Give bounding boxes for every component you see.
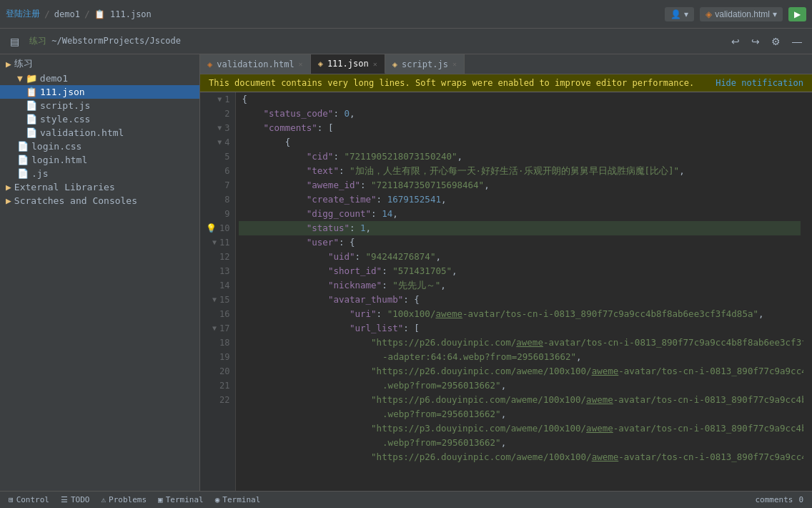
code-line-17: "url_list": [	[239, 321, 801, 336]
bottom-tab-terminal[interactable]: ▣ Terminal	[152, 492, 209, 509]
notification-bar: This document contains very long lines. …	[200, 74, 812, 92]
sidebar-item-label: 111.json	[40, 87, 85, 97]
css-file-icon: 📄	[17, 141, 29, 152]
sidebar-item-scratches[interactable]: ▶ Scratches and Consoles	[0, 194, 199, 207]
code-lines[interactable]: { "status_code": 0, "comments": [ { "cid…	[236, 92, 803, 491]
settings-button[interactable]: ⚙	[767, 33, 785, 50]
line-num-1: ▼1	[206, 92, 229, 107]
dropdown-icon: ▾	[773, 9, 777, 19]
json-file-icon: 📋	[26, 87, 37, 97]
bottom-tab-todo[interactable]: ☰ TODO	[55, 492, 96, 509]
problems-icon: ⚠	[101, 495, 106, 504]
line-num-15: ▼15	[206, 293, 229, 307]
js-file-icon: 📄	[26, 100, 37, 111]
code-line-22: "https://p26.douyinpic.com/aweme/100x100…	[239, 450, 801, 464]
code-line-13: "short_id": "571431705",	[239, 264, 801, 278]
code-line-9: "digg_count": 14,	[239, 207, 801, 221]
folder-icon2: ▶	[6, 182, 11, 192]
run-button[interactable]: ▶	[788, 7, 806, 21]
terminal-icon: ▣	[158, 495, 163, 504]
sidebar-item-json[interactable]: 📋 111.json	[0, 85, 199, 99]
bottom-tab-label: TODO	[71, 495, 90, 504]
demo1-folder-icon: 📁	[26, 73, 37, 84]
line-num-9: 9	[206, 207, 229, 221]
panel-icon: ▤	[10, 36, 19, 47]
tab-script[interactable]: ◈ script.js ✕	[385, 54, 465, 74]
title-bar-left: 登陆注册 / demo1 / 📋 111.json	[6, 8, 659, 20]
sidebar-item-login-css[interactable]: 📄 login.css	[0, 140, 199, 153]
code-line-14: "nickname": "先先儿～",	[239, 278, 801, 293]
line-num-3: ▼3	[206, 121, 229, 135]
line-num-5: 5	[206, 150, 229, 164]
code-line-20b: .webp?from=2956013662",	[239, 407, 801, 421]
sidebar-item-label: validation.html	[40, 127, 124, 138]
sidebar-item-label: script.js	[40, 100, 90, 111]
tab-close-json[interactable]: ✕	[373, 60, 377, 68]
line-num-12: 12	[206, 250, 229, 264]
line-num-7: 7	[206, 178, 229, 192]
html-icon: ◈	[705, 9, 712, 19]
toolbar: ▤ 练习 ~/WebstormProjects/Jscode ↩ ↪ ⚙ —	[0, 29, 812, 54]
bottom-tab-problems[interactable]: ⚠ Problems	[95, 492, 152, 509]
code-line-1: {	[239, 92, 801, 107]
demo1-link[interactable]: demo1	[54, 9, 80, 19]
html-file-icon: 📄	[26, 127, 37, 138]
bottom-tab-services[interactable]: ◉ Terminal	[209, 492, 267, 509]
json-file-link[interactable]: 📋 111.json	[94, 9, 152, 19]
line-num-13: 13	[206, 264, 229, 278]
login-register-link[interactable]: 登陆注册	[6, 8, 40, 20]
code-line-18b: -adapter:64:64.webp?from=2956013662",	[239, 350, 801, 364]
sidebar-item-style[interactable]: 📄 style.css	[0, 112, 199, 126]
sidebar-item-label: login.html	[31, 155, 87, 165]
html-file-icon: 📄	[17, 155, 29, 165]
tab-json[interactable]: ◈ 111.json ✕	[311, 54, 385, 74]
code-line-4: {	[239, 135, 801, 150]
folder-icon: ▶	[6, 59, 11, 69]
sidebar-item-external-libs[interactable]: ▶ External Libraries	[0, 180, 199, 194]
tab-close-validation[interactable]: ✕	[299, 60, 303, 68]
services-icon: ◉	[215, 495, 220, 504]
bottom-tab-label: Terminal	[166, 495, 204, 504]
editor-content[interactable]: ▼1 2 ▼3 ▼4 5 6 7 8 9 💡10 ▼11 12 13 14 ▼1…	[200, 92, 812, 491]
sidebar-item-js[interactable]: 📄 .js	[0, 167, 199, 180]
profile-icon: 👤	[670, 9, 681, 19]
line-num-6: 6	[206, 164, 229, 178]
html-tab-icon: ◈	[207, 59, 212, 69]
scrollbar[interactable]	[803, 92, 812, 491]
bottom-tab-label: Problems	[109, 495, 147, 504]
file-tab-button[interactable]: ◈ validation.html ▾	[700, 7, 783, 21]
sidebar-item-label: login.css	[31, 141, 81, 152]
bottom-tab-control[interactable]: ⊞ Control	[3, 492, 55, 509]
toolbar-left-panel-button[interactable]: ▤	[6, 33, 24, 50]
sidebar-item-login-html[interactable]: 📄 login.html	[0, 153, 199, 167]
sidebar-item-demo1[interactable]: ▼ 📁 demo1	[0, 72, 199, 85]
code-line-15: "avatar_thumb": {	[239, 293, 801, 307]
sidebar-item-label: style.css	[40, 114, 90, 124]
navigate-forward-button[interactable]: ↪	[747, 33, 764, 50]
profile-button[interactable]: 👤 ▾	[665, 7, 694, 21]
profile-dropdown-icon: ▾	[684, 9, 688, 19]
code-line-20: "https://p6.douyinpic.com/aweme/100x100/…	[239, 393, 801, 407]
line-num-22: 22	[206, 393, 229, 407]
tab-validation[interactable]: ◈ validation.html ✕	[200, 54, 311, 74]
line-num-18: 18	[206, 336, 229, 350]
tab-label: validation.html	[217, 59, 294, 69]
navigate-back-button[interactable]: ↩	[727, 33, 744, 50]
code-line-21b: .webp?from=2956013662",	[239, 436, 801, 450]
sidebar-item-label: External Libraries	[14, 182, 115, 192]
sidebar-item-learn[interactable]: ▶ 练习	[0, 56, 199, 72]
css-file-icon: 📄	[26, 114, 37, 124]
code-line-11: "user": {	[239, 235, 801, 250]
forward-icon: ↪	[751, 36, 760, 47]
minimize-button[interactable]: —	[788, 33, 806, 50]
hide-notification-button[interactable]: Hide notification	[716, 78, 803, 88]
bottom-tabs: ⊞ Control ☰ TODO ⚠ Problems ▣ Terminal ◉…	[0, 491, 812, 508]
line-num-8: 8	[206, 192, 229, 207]
sidebar-item-validation[interactable]: 📄 validation.html	[0, 126, 199, 140]
sidebar-item-script[interactable]: 📄 script.js	[0, 99, 199, 112]
todo-icon: ☰	[61, 495, 68, 504]
tab-close-script[interactable]: ✕	[452, 60, 457, 68]
sidebar: ▶ 练习 ▼ 📁 demo1 📋 111.json 📄 script.js 📄 …	[0, 54, 200, 491]
notification-message: This document contains very long lines. …	[209, 78, 694, 88]
sidebar-item-label: demo1	[40, 73, 68, 84]
